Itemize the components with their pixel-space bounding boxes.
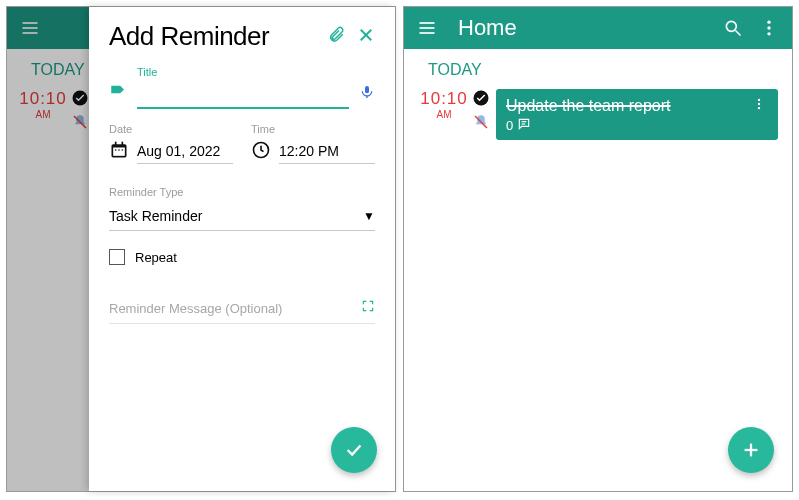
svg-point-14 <box>122 149 124 151</box>
screen-home: Home TODAY 10:10 AM Update the team repo… <box>403 6 793 492</box>
bell-off-icon <box>472 113 490 131</box>
task-menu-icon[interactable] <box>750 97 768 115</box>
ampm-text: AM <box>418 109 470 120</box>
svg-rect-10 <box>115 141 117 145</box>
task-card[interactable]: Update the team report 0 <box>496 89 778 140</box>
date-input[interactable] <box>137 139 233 164</box>
add-fab[interactable] <box>728 427 774 473</box>
repeat-checkbox[interactable] <box>109 249 125 265</box>
svg-rect-7 <box>365 86 369 93</box>
overflow-menu-icon[interactable] <box>758 18 780 38</box>
check-circle-icon <box>472 89 490 107</box>
clock-icon[interactable] <box>251 140 271 164</box>
modal-title: Add Reminder <box>109 21 327 52</box>
task-title: Update the team report <box>506 97 750 115</box>
reminder-type-select[interactable]: Task Reminder ▼ <box>109 202 375 231</box>
svg-point-26 <box>758 99 760 101</box>
date-field-label: Date <box>109 123 233 135</box>
svg-rect-9 <box>113 147 125 155</box>
reminder-type-value: Task Reminder <box>109 208 363 224</box>
time-input[interactable] <box>279 139 375 164</box>
time-column: 10:10 AM <box>418 89 470 120</box>
svg-line-20 <box>736 31 741 36</box>
add-reminder-modal: Add Reminder Title <box>89 7 395 491</box>
confirm-fab[interactable] <box>331 427 377 473</box>
status-icons <box>472 89 490 131</box>
search-icon[interactable] <box>722 18 744 38</box>
tag-icon <box>109 82 127 104</box>
time-field-label: Time <box>251 123 375 135</box>
header-title: Home <box>458 15 722 41</box>
svg-point-12 <box>115 149 117 151</box>
title-field-label: Title <box>137 66 375 78</box>
svg-point-22 <box>767 26 770 29</box>
svg-point-28 <box>758 107 760 109</box>
comment-count: 0 <box>506 118 513 133</box>
time-text: 10:10 <box>418 89 470 109</box>
svg-point-21 <box>767 21 770 24</box>
message-placeholder: Reminder Message (Optional) <box>109 301 361 316</box>
expand-icon[interactable] <box>361 299 375 317</box>
svg-point-13 <box>118 149 120 151</box>
mic-icon[interactable] <box>359 84 375 104</box>
comment-icon <box>517 117 531 134</box>
attachment-icon[interactable] <box>327 26 345 48</box>
close-icon[interactable] <box>357 26 375 48</box>
hamburger-icon[interactable] <box>416 18 438 38</box>
calendar-icon[interactable] <box>109 140 129 164</box>
svg-point-23 <box>767 32 770 35</box>
svg-point-19 <box>726 21 736 31</box>
today-label: TODAY <box>404 49 792 83</box>
chevron-down-icon: ▼ <box>363 209 375 223</box>
type-field-label: Reminder Type <box>109 186 375 198</box>
svg-rect-11 <box>122 141 124 145</box>
title-input[interactable] <box>137 83 349 109</box>
repeat-label: Repeat <box>135 250 177 265</box>
svg-point-27 <box>758 103 760 105</box>
screen-add-reminder: TODAY 10:10 AM Add Reminder Title <box>6 6 396 492</box>
app-header: Home <box>404 7 792 49</box>
message-input[interactable]: Reminder Message (Optional) <box>109 293 375 324</box>
